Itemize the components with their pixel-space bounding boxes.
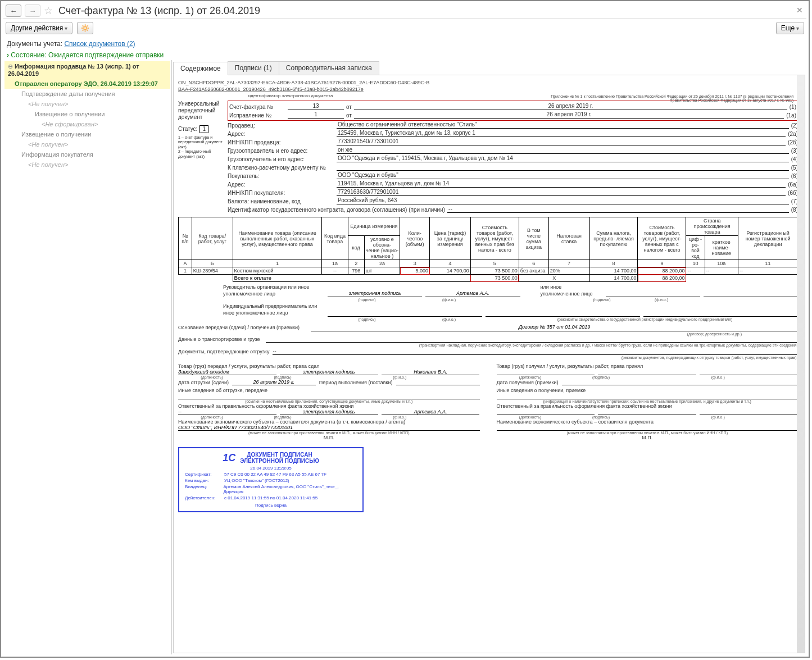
status-legend-1: 1 – счет-фактура и передаточный документ… (178, 135, 223, 149)
mp-l: М.П. (178, 435, 480, 440)
status-legend-2: 2 – передаточный документ (акт) (178, 149, 223, 159)
correction-num: 1 (288, 111, 344, 119)
mp-r: М.П. (497, 435, 799, 440)
col-name: Наименование товара (описание выполненны… (233, 217, 322, 260)
hint-confirm: (реквизиты документов, подтверждающих от… (178, 355, 798, 360)
tree-sent-operator[interactable]: Отправлен оператору ЭДО, 26.04.2019 13:2… (4, 79, 170, 89)
h-pos2: (должность) (178, 415, 246, 419)
doc-id-caption: идентификатор электронного документа (178, 93, 403, 98)
resp-label-r: Ответственный за правильность оформления… (497, 403, 799, 409)
status-label: Статус: (178, 126, 197, 133)
sig-ip-label: Индивидуальный предприниматель или иное … (223, 303, 324, 316)
cell-price: 14 700,00 (430, 267, 471, 275)
transport-value (266, 336, 798, 343)
basis-value: Договор № 357 от 01.04.2019 (311, 324, 798, 331)
refresh-icon-button[interactable]: 🔆 (77, 22, 93, 34)
transfer-title: Товар (груз) передал / услуги, результат… (178, 363, 480, 369)
seller-label: Продавец: (228, 122, 334, 129)
other-actions-button[interactable]: Другие действия (6, 22, 72, 34)
col-decl: Регистрационн ый номер таможенной деклар… (738, 217, 798, 260)
col-unit-code: код (348, 236, 364, 260)
paydoc-label: К платежно-расчетному документу № (228, 165, 334, 171)
cell-tax: 14 700,00 (589, 267, 638, 275)
baddr-value: 119415, Москва г, Удальцова ул, дом № 14 (337, 180, 786, 188)
econ-value-l: ООО "Стиль", ИНН/КПП 7733021540/77330100… (178, 425, 480, 431)
buyer-value: ООО "Одежда и обувь" (337, 172, 789, 179)
gosid-label: Идентификатор государственного контракта… (228, 207, 445, 213)
stamp-issued-label: Кем выдан: (185, 478, 224, 483)
other-recv-label: Иные сведения о получении, приемке (497, 388, 799, 393)
econ-value-r (497, 425, 799, 431)
econ-label-r: Наименование экономического субъекта – с… (497, 419, 799, 425)
hint-fio1: (ф.и.о.) (410, 297, 488, 302)
sig-other-label: или иное уполномоченное лицо (524, 284, 602, 297)
col-qty: Коли- чество (объем) (400, 217, 430, 260)
sf-from: от (346, 104, 352, 110)
addr-label: Адрес: (228, 131, 334, 137)
sig-head-sign: электронная подпись (328, 290, 422, 298)
binn-label: ИНН/КПП покупателя: (228, 190, 334, 196)
cell-qty: 5,000 (400, 267, 430, 275)
stamp-ok: Подпись верна (185, 503, 357, 508)
col-excise: В том числе сумма акциза (519, 217, 548, 260)
sig-ip-sign (328, 311, 482, 317)
total-x: Х (519, 275, 589, 282)
hint-fio3: (ф.и.о.) (410, 317, 488, 322)
status-value: 1 (199, 125, 208, 133)
star-icon[interactable]: ☆ (44, 4, 53, 17)
resp-sign-l: электронная подпись (280, 409, 378, 415)
paydoc-value (337, 163, 789, 171)
h-pos3: (должность) (497, 375, 564, 379)
cell-kind: -- (322, 267, 348, 275)
window-title: Счет-фактура № 13 (испр. 1) от 26.04.201… (58, 5, 260, 17)
sig-other-sign (606, 291, 700, 297)
sf-number-label: Счет-фактура № (229, 104, 285, 110)
sig-ip-rekv (643, 311, 798, 317)
other-ship-label: Иные сведения об отгрузке, передаче (178, 388, 480, 393)
close-icon[interactable]: ✕ (796, 6, 803, 15)
col-country-code: циф - ро- вой код (686, 236, 705, 260)
tree-receipt-notice-2[interactable]: Извещение о получении (4, 129, 170, 139)
hint-sign1: (подпись) (328, 297, 406, 302)
h-f3: (ф.и.о.) (638, 375, 799, 379)
doc-list-link[interactable]: Список документов (2) (64, 40, 135, 48)
tab-signatures[interactable]: Подписи (1) (228, 61, 279, 75)
recv-sign (598, 369, 696, 375)
ln-8: (8) (791, 207, 798, 213)
tab-content[interactable]: Содержимое (173, 62, 228, 75)
addr-value: 125459, Москва г, Туристская ул, дом № 1… (337, 130, 786, 137)
hint-sign2: (подпись) (574, 297, 630, 302)
tab-cover-note[interactable]: Сопроводительная записка (279, 61, 379, 75)
col-rate: Налоговая ставка (548, 217, 589, 260)
cell-name: Костюм мужской (233, 267, 322, 275)
tree-seller-info[interactable]: Информация продавца № 13 (испр. 1) от 26… (4, 61, 170, 79)
tree-receipt-notice-1[interactable]: Извещение о получении (4, 109, 170, 119)
stamp-valid: с 01.04.2019 11:31:55 по 01.04.2020 11:4… (224, 495, 317, 500)
nav-back-button[interactable]: ← (6, 4, 21, 17)
cell-decl: -- (738, 267, 798, 275)
col-unit-name: условно е обозна- чение (нацио- нальное … (364, 236, 400, 260)
econ-label-l: Наименование экономического субъекта – с… (178, 419, 480, 425)
h-s3: (подпись) (568, 375, 635, 379)
doc-id-1: ON_NSCHFDOPPR_2AL-A7303297-E6CA-4BD6-A73… (178, 80, 798, 85)
nav-forward-button[interactable]: → (25, 4, 40, 17)
tree-date-confirm[interactable]: Подтверждение даты получения (4, 89, 170, 99)
h-s2: (подпись) (249, 415, 316, 419)
stamp-owner: Артемов Алексей Александрович, ООО "Стил… (223, 484, 357, 494)
more-button[interactable]: Еще (776, 22, 804, 34)
h-pos4: (должность) (497, 415, 564, 419)
item-row: 1 КШ-289/54 Костюм мужской -- 796 шт 5,0… (179, 267, 798, 275)
sig-ip-fio (486, 311, 640, 317)
cell-uname: шт (364, 267, 400, 275)
total-tax: 14 700,00 (589, 275, 638, 282)
resp-fio-l: Артемов А.А. (382, 409, 480, 415)
other-recv-value (497, 393, 799, 399)
binn-value: 7729163630/772901001 (337, 189, 786, 196)
tree-buyer-info[interactable]: Информация покупателя (4, 149, 170, 160)
stamp-valid-label: Действителен: (185, 495, 224, 500)
tree-not-received-3: <Не получен> (4, 160, 170, 170)
ln-2b: (2б) (788, 139, 798, 145)
doc-id-2: BAA-F241A5260682-00001_20190426_49cb3186… (178, 87, 798, 92)
h-s4: (подпись) (568, 415, 635, 419)
h-pos1: (должность) (178, 375, 246, 379)
